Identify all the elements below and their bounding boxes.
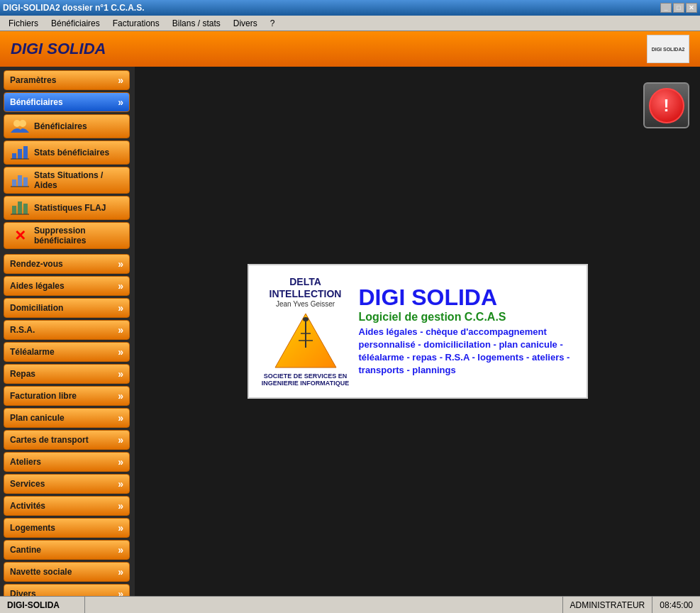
stats-beneficiaires-button[interactable]: Stats bénéficiaires bbox=[4, 140, 130, 165]
chevrons-icon: » bbox=[118, 522, 123, 534]
facturation-libre-button[interactable]: Facturation libre » bbox=[4, 386, 130, 406]
rendez-vous-button[interactable]: Rendez-vous » bbox=[4, 254, 130, 274]
header-logo: DIGI SOLIDA2 bbox=[647, 35, 689, 63]
activites-button[interactable]: Activités » bbox=[4, 496, 130, 516]
chart2-icon bbox=[10, 172, 30, 189]
section-parametres-button[interactable]: Paramètres » bbox=[4, 70, 130, 90]
navette-sociale-button[interactable]: Navette sociale » bbox=[4, 562, 130, 582]
menu-fichiers[interactable]: Fichiers bbox=[3, 17, 44, 30]
chevrons-icon: » bbox=[118, 544, 123, 556]
chart-icon bbox=[10, 144, 30, 161]
svg-rect-7 bbox=[18, 175, 22, 187]
svg-point-1 bbox=[19, 120, 26, 127]
svg-rect-2 bbox=[12, 153, 16, 159]
menu-beneficiaires[interactable]: Bénéficiaires bbox=[45, 17, 106, 30]
chevrons-icon: » bbox=[118, 412, 123, 424]
chevrons-icon: » bbox=[118, 302, 123, 314]
svg-rect-3 bbox=[18, 149, 22, 159]
title-bar-text: DIGI-SOLIDA2 dossier n°1 C.C.A.S. bbox=[3, 3, 145, 13]
services-button[interactable]: Services » bbox=[4, 474, 130, 494]
menu-help[interactable]: ? bbox=[265, 17, 281, 30]
people-icon bbox=[10, 118, 30, 135]
ateliers-button[interactable]: Ateliers » bbox=[4, 452, 130, 472]
svg-rect-12 bbox=[23, 204, 28, 214]
chevrons-icon: » bbox=[118, 456, 123, 468]
rsa-button[interactable]: R.S.A. » bbox=[4, 320, 130, 340]
chevrons-icon: » bbox=[118, 390, 123, 402]
chevrons-icon: » bbox=[118, 280, 123, 292]
company-name: DELTA INTELLECTION Jean Yves Geisser bbox=[260, 276, 352, 309]
title-bar-controls: _ □ ✕ bbox=[660, 3, 697, 13]
svg-rect-8 bbox=[23, 177, 28, 187]
logements-button[interactable]: Logements » bbox=[4, 518, 130, 538]
banner-right: DIGI SOLIDA Logiciel de gestion C.C.A.S … bbox=[359, 286, 576, 377]
chevrons-icon: » bbox=[118, 324, 123, 336]
suppression-button[interactable]: ✕ Suppression bénéficiaires bbox=[4, 222, 130, 249]
banner-title: DIGI SOLIDA bbox=[359, 286, 576, 309]
banner-left: DELTA INTELLECTION Jean Yves Geisser bbox=[260, 276, 352, 387]
alert-button[interactable]: ! bbox=[643, 82, 689, 128]
stats-situations-button[interactable]: Stats Situations / Aides bbox=[4, 167, 130, 194]
title-bar: DIGI-SOLIDA2 dossier n°1 C.C.A.S. _ □ ✕ bbox=[0, 0, 700, 16]
close-button[interactable]: ✕ bbox=[686, 3, 697, 13]
divers-button[interactable]: Divers » bbox=[4, 584, 130, 596]
company-description: SOCIETE DE SERVICES EN INGENIERIE INFORM… bbox=[260, 372, 352, 387]
chevrons-icon: » bbox=[118, 368, 123, 380]
menu-bilans-stats[interactable]: Bilans / stats bbox=[167, 17, 226, 30]
sidebar: Paramètres » Bénéficiaires » Bénéficiair… bbox=[0, 67, 135, 596]
chevrons-icon: » bbox=[118, 74, 123, 86]
svg-rect-11 bbox=[18, 201, 22, 214]
header: DIGI SOLIDA DIGI SOLIDA2 bbox=[0, 31, 700, 67]
banner-description: Aides légales - chèque d'accompagnement … bbox=[359, 326, 576, 377]
status-user: ADMINISTRATEUR bbox=[562, 597, 652, 613]
minimize-button[interactable]: _ bbox=[660, 3, 672, 13]
company-triangle-logo bbox=[274, 312, 338, 369]
chevrons-icon: » bbox=[118, 96, 123, 108]
statistiques-flaj-button[interactable]: Statistiques FLAJ bbox=[4, 196, 130, 220]
chevrons-icon: » bbox=[118, 588, 123, 596]
chart3-icon bbox=[10, 199, 30, 216]
menu-bar: Fichiers Bénéficiaires Facturations Bila… bbox=[0, 16, 700, 31]
delete-icon: ✕ bbox=[10, 227, 30, 244]
maximize-button[interactable]: □ bbox=[673, 3, 684, 13]
domiciliation-button[interactable]: Domiciliation » bbox=[4, 298, 130, 318]
section-beneficiaires-button[interactable]: Bénéficiaires » bbox=[4, 92, 130, 112]
repas-button[interactable]: Repas » bbox=[4, 364, 130, 384]
cantine-button[interactable]: Cantine » bbox=[4, 540, 130, 560]
status-app-name: DIGI-SOLIDA bbox=[0, 597, 85, 613]
chevrons-icon: » bbox=[118, 566, 123, 578]
chevrons-icon: » bbox=[118, 346, 123, 358]
status-bar: DIGI-SOLIDA ADMINISTRATEUR 08:45:00 bbox=[0, 596, 700, 613]
banner-subtitle: Logiciel de gestion C.C.A.S bbox=[359, 311, 576, 324]
app-title: DIGI SOLIDA bbox=[11, 40, 106, 58]
cartes-transport-button[interactable]: Cartes de transport » bbox=[4, 430, 130, 450]
menu-facturations[interactable]: Facturations bbox=[107, 17, 165, 30]
plan-canicule-button[interactable]: Plan canicule » bbox=[4, 408, 130, 428]
beneficiaires-button[interactable]: Bénéficiaires bbox=[4, 114, 130, 138]
chevrons-icon: » bbox=[118, 434, 123, 446]
svg-rect-4 bbox=[23, 146, 28, 159]
chevrons-icon: » bbox=[118, 500, 123, 512]
digi-solida-banner: DELTA INTELLECTION Jean Yves Geisser bbox=[248, 264, 588, 399]
chevrons-icon: » bbox=[118, 258, 123, 270]
alert-icon: ! bbox=[649, 88, 684, 123]
status-time: 08:45:00 bbox=[652, 597, 700, 613]
svg-rect-10 bbox=[12, 206, 16, 214]
aides-legales-button[interactable]: Aides légales » bbox=[4, 276, 130, 296]
chevrons-icon: » bbox=[118, 478, 123, 490]
content-area: DELTA INTELLECTION Jean Yves Geisser bbox=[135, 67, 700, 596]
svg-rect-6 bbox=[12, 180, 16, 187]
svg-point-18 bbox=[303, 317, 309, 321]
main-layout: Paramètres » Bénéficiaires » Bénéficiair… bbox=[0, 67, 700, 596]
telealarme-button[interactable]: Téléalarme » bbox=[4, 342, 130, 362]
menu-divers[interactable]: Divers bbox=[228, 17, 263, 30]
